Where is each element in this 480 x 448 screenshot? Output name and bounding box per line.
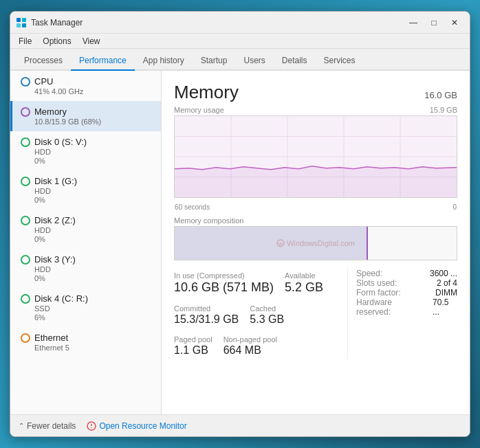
stats-top-row: In use (Compressed) 10.6 GB (571 MB) Ava… <box>174 269 457 359</box>
main-panel: Memory 16.0 GB Memory usage 15.9 GB <box>162 71 470 414</box>
slots-value: 2 of 4 <box>437 278 457 288</box>
speed-value: 3600 ... <box>430 269 457 278</box>
maximize-button[interactable]: □ <box>424 15 444 30</box>
minimize-button[interactable]: — <box>404 15 423 30</box>
sidebar-item-memory-header: Memory <box>21 107 153 117</box>
memory-name: Memory <box>34 107 67 117</box>
sidebar-item-disk1[interactable]: Disk 1 (G:) HDD 0% <box>10 170 161 210</box>
content-area: CPU 41% 4.00 GHz Memory 10.8/15.9 GB (68… <box>10 71 470 414</box>
speed-label: Speed: <box>356 269 382 278</box>
available-label: Available <box>285 271 323 280</box>
sidebar-item-cpu[interactable]: CPU 41% 4.00 GHz <box>10 71 161 101</box>
hw-reserved-label: Hardware reserved: <box>356 298 427 317</box>
menu-options[interactable]: Options <box>37 35 76 47</box>
right-stats-panel: Speed: 3600 ... Slots used: 2 of 4 Form … <box>347 269 457 359</box>
menu-bar: File Options View <box>10 34 470 49</box>
disk4-name: Disk 4 (C: R:) <box>34 293 88 304</box>
committed-label: Committed <box>174 304 239 313</box>
sidebar-item-disk0-header: Disk 0 (S: V:) <box>21 137 153 147</box>
disk1-name: Disk 1 (G:) <box>34 176 77 186</box>
disk0-name: Disk 0 (S: V:) <box>34 137 87 147</box>
paged-pool-value: 1.1 GB <box>174 344 212 357</box>
svg-rect-3 <box>22 23 26 27</box>
tab-bar: Processes Performance App history Startu… <box>10 49 470 71</box>
sidebar-item-disk0[interactable]: Disk 0 (S: V:) HDD 0% <box>10 131 161 170</box>
committed-value: 15.3/31.9 GB <box>174 313 239 326</box>
disk3-dot <box>21 255 30 265</box>
disk0-sub1: HDD <box>34 148 153 156</box>
chart-usage-label: Memory usage <box>174 106 224 114</box>
form-label: Form factor: <box>356 288 401 298</box>
sidebar-item-disk4[interactable]: Disk 4 (C: R:) SSD 6% <box>10 288 161 327</box>
disk0-sub2: 0% <box>34 157 153 165</box>
tab-startup[interactable]: Startup <box>193 52 236 71</box>
disk3-sub1: HDD <box>34 265 153 273</box>
cached-value: 5.3 GB <box>250 313 284 326</box>
hw-reserved-value: 70.5 ... <box>433 298 457 317</box>
time-label-left: 60 seconds <box>175 203 210 211</box>
slots-row: Slots used: 2 of 4 <box>356 278 457 288</box>
non-paged-label: Non-paged pool <box>223 335 277 344</box>
available-value: 5.2 GB <box>285 280 323 295</box>
composition-label: Memory composition <box>174 216 457 225</box>
comp-bar-used <box>175 227 367 260</box>
svg-rect-2 <box>17 23 21 27</box>
sidebar-item-ethernet-header: Ethernet <box>21 333 153 343</box>
slots-label: Slots used: <box>356 278 397 288</box>
sidebar-item-disk3[interactable]: Disk 3 (Y:) HDD 0% <box>10 249 161 288</box>
stat-committed: Committed 15.3/31.9 GB <box>174 302 239 328</box>
form-row: Form factor: DIMM <box>356 288 457 298</box>
sidebar-item-disk2[interactable]: Disk 2 (Z:) HDD 0% <box>10 210 161 249</box>
disk1-dot <box>21 177 30 186</box>
task-manager-window: Task Manager — □ ✕ File Options View Pro… <box>10 11 470 437</box>
in-use-value: 10.6 GB (571 MB) <box>174 280 274 295</box>
disk2-name: Disk 2 (Z:) <box>34 215 76 225</box>
tab-performance[interactable]: Performance <box>71 52 135 71</box>
footer-bar: ⌃ Fewer details Open Resource Monitor <box>10 414 470 436</box>
disk1-sub1: HDD <box>34 187 153 195</box>
resource-monitor-label[interactable]: Open Resource Monitor <box>99 421 186 431</box>
ethernet-name: Ethernet <box>34 333 68 343</box>
stat-cached: Cached 5.3 GB <box>250 302 284 328</box>
disk4-dot <box>21 294 30 304</box>
sidebar-item-ethernet[interactable]: Ethernet Ethernet 5 <box>10 327 161 357</box>
tab-services[interactable]: Services <box>316 52 364 71</box>
stats-committed-row: Committed 15.3/31.9 GB Cached 5.3 GB <box>174 302 336 328</box>
chart-usage-label-row: Memory usage 15.9 GB <box>174 106 457 114</box>
sidebar: CPU 41% 4.00 GHz Memory 10.8/15.9 GB (68… <box>10 71 162 414</box>
paged-pool-label: Paged pool <box>174 335 212 344</box>
memory-total: 16.0 GB <box>424 90 457 100</box>
memory-dot <box>21 107 30 117</box>
tab-app-history[interactable]: App history <box>135 52 193 71</box>
stats-in-use-row: In use (Compressed) 10.6 GB (571 MB) Ava… <box>174 269 336 298</box>
memory-usage-chart <box>174 115 457 198</box>
stats-left: In use (Compressed) 10.6 GB (571 MB) Ava… <box>174 269 336 359</box>
sidebar-item-disk1-header: Disk 1 (G:) <box>21 176 153 186</box>
main-header: Memory 16.0 GB <box>174 82 457 103</box>
sidebar-item-disk4-header: Disk 4 (C: R:) <box>21 293 153 304</box>
cpu-name: CPU <box>34 76 53 87</box>
open-resource-monitor-button[interactable]: Open Resource Monitor <box>87 421 186 431</box>
monitor-icon <box>87 421 96 431</box>
stat-paged-pool: Paged pool 1.1 GB <box>174 333 212 359</box>
menu-file[interactable]: File <box>13 35 37 47</box>
stat-in-use: In use (Compressed) 10.6 GB (571 MB) <box>174 269 274 298</box>
chart-time-labels: 60 seconds 0 <box>174 203 457 211</box>
disk2-sub1: HDD <box>34 226 153 234</box>
stat-non-paged: Non-paged pool 664 MB <box>223 333 277 359</box>
disk4-sub1: SSD <box>34 304 153 313</box>
menu-view[interactable]: View <box>77 35 106 47</box>
cpu-dot <box>21 77 30 87</box>
window-controls: — □ ✕ <box>404 15 464 30</box>
tab-details[interactable]: Details <box>274 52 316 71</box>
tab-processes[interactable]: Processes <box>16 52 71 71</box>
tab-users[interactable]: Users <box>235 52 273 71</box>
window-title: Task Manager <box>31 18 404 27</box>
chart-usage-max: 15.9 GB <box>430 106 457 114</box>
close-button[interactable]: ✕ <box>445 15 464 30</box>
sidebar-item-memory[interactable]: Memory 10.8/15.9 GB (68%) <box>10 101 161 131</box>
chart-svg <box>175 116 457 197</box>
disk4-sub2: 6% <box>34 313 153 322</box>
fewer-details-button[interactable]: ⌃ Fewer details <box>19 421 76 431</box>
speed-row: Speed: 3600 ... <box>356 269 457 278</box>
